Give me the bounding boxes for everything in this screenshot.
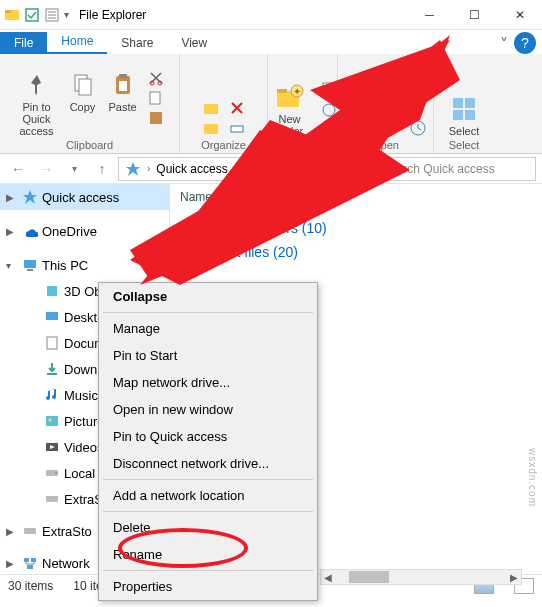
scroll-right-icon[interactable]: ▶ xyxy=(507,572,521,583)
status-count: 30 items xyxy=(8,579,53,593)
back-button[interactable]: ← xyxy=(6,157,30,181)
minimize-button[interactable]: ─ xyxy=(407,0,452,30)
folder-icon xyxy=(44,465,60,481)
svg-rect-44 xyxy=(46,496,58,502)
watermark: wsxdn.com xyxy=(527,448,538,507)
svg-rect-15 xyxy=(150,112,162,124)
up-button[interactable]: ↑ xyxy=(90,157,114,181)
menu-item[interactable]: Delete xyxy=(99,514,317,541)
group-recent[interactable]: ▶ Recent files (20) xyxy=(180,240,532,264)
delete-icon[interactable] xyxy=(228,99,246,117)
new-folder-button[interactable]: ✦ New folder xyxy=(268,81,312,137)
tree-item-label: Network xyxy=(42,556,90,571)
context-menu: CollapseManagePin to StartMap network dr… xyxy=(98,282,318,601)
menu-item[interactable]: Map network drive... xyxy=(99,369,317,396)
tab-view[interactable]: View xyxy=(167,32,221,54)
svg-rect-18 xyxy=(231,126,243,132)
svg-rect-26 xyxy=(411,84,425,94)
app-icon xyxy=(4,7,20,23)
copy-button[interactable]: Copy xyxy=(67,69,99,113)
qat-dropdown-icon[interactable]: ▾ xyxy=(64,9,69,20)
menu-item[interactable]: Rename xyxy=(99,541,317,568)
maximize-button[interactable]: ☐ xyxy=(452,0,497,30)
svg-rect-35 xyxy=(46,312,58,320)
forward-button[interactable]: → xyxy=(34,157,58,181)
organize-group-label: Organize xyxy=(201,139,246,151)
qat-props-icon[interactable] xyxy=(44,7,60,23)
search-placeholder: Search Quick access xyxy=(382,162,495,176)
svg-rect-8 xyxy=(79,79,91,95)
horizontal-scrollbar[interactable]: ◀ ▶ xyxy=(320,569,522,585)
chevron-right-icon[interactable]: ▶ xyxy=(6,192,18,203)
new-item-icon[interactable] xyxy=(320,81,338,99)
menu-item[interactable]: Open in new window xyxy=(99,396,317,423)
open-icon[interactable] xyxy=(409,79,427,97)
column-name[interactable]: Name xyxy=(180,190,532,204)
svg-rect-17 xyxy=(204,124,218,134)
tree-this-pc[interactable]: ▾ This PC xyxy=(0,252,169,278)
copy-to-icon[interactable] xyxy=(202,119,220,137)
svg-rect-48 xyxy=(27,565,33,569)
folder-icon xyxy=(44,283,60,299)
open-group-label: Open xyxy=(372,139,399,151)
group-frequent[interactable]: ▶ Frequent folders (10) xyxy=(180,216,532,240)
scroll-thumb[interactable] xyxy=(349,571,389,583)
new-group-label: New xyxy=(291,139,313,151)
tab-share[interactable]: Share xyxy=(107,32,167,54)
address-path[interactable]: › Quick access xyxy=(118,157,352,181)
chevron-down-icon[interactable]: ▾ xyxy=(6,260,18,271)
copy-path-icon[interactable] xyxy=(147,89,165,107)
chevron-right-icon[interactable]: ▶ xyxy=(6,558,18,569)
menu-item[interactable]: Collapse xyxy=(99,283,317,310)
select-button[interactable]: Select xyxy=(442,93,486,137)
chevron-right-icon: ▶ xyxy=(182,223,190,234)
search-box[interactable]: 🔍 Search Quick access xyxy=(356,157,536,181)
rename-icon[interactable] xyxy=(228,119,246,137)
ribbon-tabs: File Home Share View ˅ ? xyxy=(0,30,542,54)
folder-icon xyxy=(22,523,38,539)
tab-home[interactable]: Home xyxy=(47,30,107,54)
chevron-right-icon[interactable]: ▶ xyxy=(6,526,18,537)
select-group-label: Select xyxy=(449,139,480,151)
svg-rect-28 xyxy=(453,98,463,108)
svg-rect-34 xyxy=(47,286,57,296)
recent-dropdown[interactable]: ▾ xyxy=(62,157,86,181)
menu-item[interactable]: Pin to Start xyxy=(99,342,317,369)
paste-button[interactable]: Paste xyxy=(107,69,139,113)
menu-item[interactable]: Pin to Quick access xyxy=(99,423,317,450)
history-icon[interactable] xyxy=(409,119,427,137)
star-icon xyxy=(22,189,38,205)
paste-shortcut-icon[interactable] xyxy=(147,109,165,127)
menu-item[interactable]: Properties xyxy=(99,573,317,600)
svg-rect-2 xyxy=(26,9,38,21)
scroll-left-icon[interactable]: ◀ xyxy=(321,572,335,583)
svg-rect-36 xyxy=(47,337,57,349)
titlebar: ▾ File Explorer ─ ☐ ✕ xyxy=(0,0,542,30)
tree-onedrive[interactable]: ▶ OneDrive xyxy=(0,218,169,244)
chevron-right-icon[interactable]: ▶ xyxy=(6,226,18,237)
easy-access-icon[interactable] xyxy=(320,101,338,119)
ribbon-collapse-icon[interactable]: ˅ xyxy=(494,35,514,54)
help-button[interactable]: ? xyxy=(514,32,536,54)
svg-rect-1 xyxy=(5,10,11,13)
tab-file[interactable]: File xyxy=(0,32,47,54)
pin-to-quick-access-button[interactable]: Pin to Quick access xyxy=(15,69,59,137)
tree-item-label: ExtraSto xyxy=(42,524,92,539)
svg-text:✦: ✦ xyxy=(293,86,301,97)
close-button[interactable]: ✕ xyxy=(497,0,542,30)
cut-icon[interactable] xyxy=(147,69,165,87)
folder-icon xyxy=(22,555,38,571)
properties-button[interactable]: Properties xyxy=(345,79,401,123)
edit-icon[interactable] xyxy=(409,99,427,117)
svg-rect-14 xyxy=(150,92,160,104)
move-to-icon[interactable] xyxy=(202,99,220,117)
menu-item[interactable]: Disconnect network drive... xyxy=(99,450,317,477)
menu-separator xyxy=(103,511,313,512)
clipboard-group-label: Clipboard xyxy=(66,139,113,151)
qat-save-icon[interactable] xyxy=(24,7,40,23)
menu-item[interactable]: Manage xyxy=(99,315,317,342)
tree-quick-access[interactable]: ▶ Quick access xyxy=(0,184,169,210)
menu-item[interactable]: Add a network location xyxy=(99,482,317,509)
svg-point-24 xyxy=(323,104,335,116)
svg-rect-29 xyxy=(465,98,475,108)
